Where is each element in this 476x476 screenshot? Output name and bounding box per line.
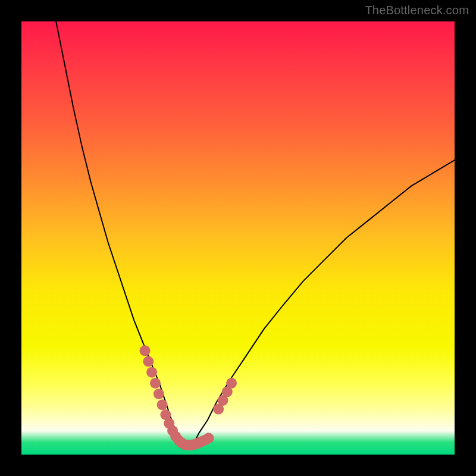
highlight-dot bbox=[203, 433, 214, 443]
highlight-dot bbox=[140, 345, 151, 356]
highlight-dot bbox=[146, 367, 157, 378]
chart-svg bbox=[21, 21, 455, 455]
highlight-dot bbox=[226, 378, 237, 389]
highlight-dot bbox=[143, 356, 154, 367]
highlight-dot bbox=[154, 389, 164, 399]
bottleneck-curve bbox=[56, 21, 455, 446]
highlight-markers bbox=[140, 345, 237, 450]
highlight-dot bbox=[150, 378, 161, 389]
highlight-dot bbox=[157, 399, 168, 410]
watermark-text: TheBottleneck.com bbox=[365, 4, 469, 17]
chart-area bbox=[21, 21, 455, 455]
